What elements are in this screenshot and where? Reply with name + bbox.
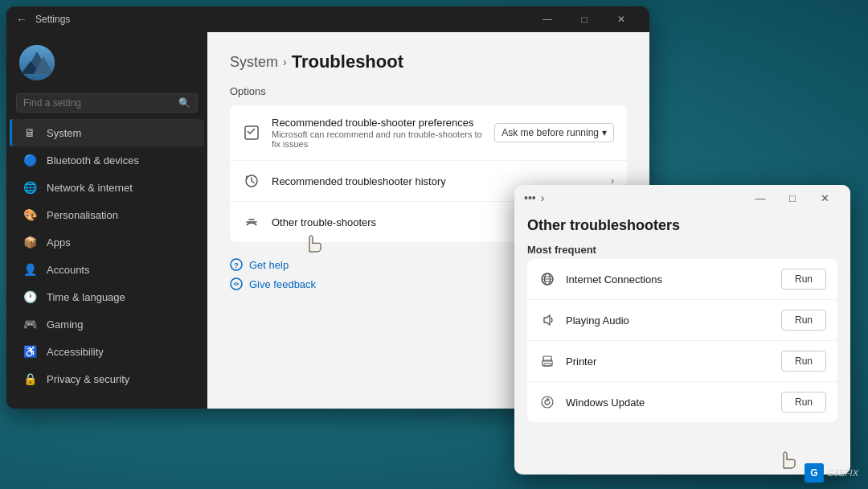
maximize-button[interactable]: □ xyxy=(566,6,603,32)
recommended-prefs-row[interactable]: Recommended trouble-shooter preferences … xyxy=(230,105,627,161)
printer-name: Printer xyxy=(566,355,772,368)
second-content: Most frequent Internet Connections Run xyxy=(514,237,850,475)
privacy-icon: 🔒 xyxy=(23,372,37,386)
prefs-text: Recommended trouble-shooter preferences … xyxy=(272,117,483,149)
options-label: Options xyxy=(230,85,627,97)
settings-title-bar: ← Settings — □ ✕ xyxy=(6,6,649,32)
printer-run-button[interactable]: Run xyxy=(781,351,826,372)
watermark-icon: G xyxy=(805,463,824,483)
other-troubleshooters-title: Other troubleshooters xyxy=(527,217,680,234)
ask-dropdown[interactable]: Ask me before running ▾ xyxy=(494,123,614,142)
sidebar-item-system[interactable]: 🖥 System xyxy=(10,119,204,146)
accounts-icon: 👤 xyxy=(23,262,37,277)
accessibility-icon: ♿ xyxy=(23,344,37,359)
breadcrumb-separator: › xyxy=(283,55,287,68)
sidebar-label-network: Network & internet xyxy=(47,182,133,194)
other-troubleshooters-window: ••• › — □ ✕ Other troubleshooters Most f… xyxy=(514,185,850,475)
other-icon xyxy=(243,213,260,231)
sidebar-label-bluetooth: Bluetooth & devices xyxy=(47,154,139,166)
second-window-controls: — □ ✕ xyxy=(744,185,841,211)
printer-icon xyxy=(538,352,556,370)
troubleshooter-printer-row: Printer Run xyxy=(527,341,837,382)
sidebar-item-network[interactable]: 🌐 Network & internet xyxy=(10,174,204,201)
gaming-icon: 🎮 xyxy=(23,317,37,331)
audio-name: Playing Audio xyxy=(566,314,772,327)
sidebar-label-privacy: Privacy & security xyxy=(47,373,129,385)
network-icon: 🌐 xyxy=(23,180,37,195)
second-breadcrumb-chevron: › xyxy=(541,191,545,204)
title-bar-left: ← Settings xyxy=(16,13,70,26)
dots-icon: ••• xyxy=(524,191,536,204)
prefs-icon xyxy=(243,124,260,142)
breadcrumb: System › Troubleshoot xyxy=(230,51,627,72)
svg-point-8 xyxy=(231,278,242,290)
sidebar: 🔍 🖥 System 🔵 Bluetooth & devices 🌐 Netwo… xyxy=(6,32,207,409)
troubleshooter-audio-row: Playing Audio Run xyxy=(527,300,837,341)
minimize-button[interactable]: — xyxy=(529,6,566,32)
winupdate-name: Windows Update xyxy=(566,397,772,409)
sidebar-item-accessibility[interactable]: ♿ Accessibility xyxy=(10,338,204,365)
sidebar-item-personalisation[interactable]: 🎨 Personalisation xyxy=(10,201,204,228)
breadcrumb-current: Troubleshoot xyxy=(292,51,403,72)
search-input[interactable] xyxy=(23,97,174,109)
sidebar-item-privacy[interactable]: 🔒 Privacy & security xyxy=(10,365,204,392)
give-feedback-label: Give feedback xyxy=(249,278,316,290)
sidebar-item-time[interactable]: 🕐 Time & language xyxy=(10,283,204,310)
get-help-label: Get help xyxy=(249,259,289,271)
svg-text:?: ? xyxy=(234,261,239,269)
close-button[interactable]: ✕ xyxy=(603,6,640,32)
second-title-bar: ••• › — □ ✕ xyxy=(514,185,850,211)
sidebar-label-accounts: Accounts xyxy=(47,264,89,276)
second-close-button[interactable]: ✕ xyxy=(809,185,841,211)
window-controls: — □ ✕ xyxy=(529,6,640,32)
sidebar-item-bluetooth[interactable]: 🔵 Bluetooth & devices xyxy=(10,146,204,174)
audio-run-button[interactable]: Run xyxy=(781,310,826,331)
prefs-title: Recommended trouble-shooter preferences xyxy=(272,117,483,129)
watermark-text: G3SFIX xyxy=(827,468,858,478)
second-maximize-button[interactable]: □ xyxy=(776,185,809,211)
sidebar-label-accessibility: Accessibility xyxy=(47,346,104,358)
history-icon xyxy=(243,172,260,190)
sidebar-label-system: System xyxy=(47,127,81,139)
troubleshooter-winupdate-row: Windows Update Run xyxy=(527,382,837,422)
prefs-subtitle: Microsoft can recommend and run trouble-… xyxy=(272,129,483,149)
sidebar-label-time: Time & language xyxy=(47,291,125,303)
system-icon: 🖥 xyxy=(23,125,37,140)
sidebar-label-apps: Apps xyxy=(47,236,71,249)
search-icon: 🔍 xyxy=(178,97,190,109)
avatar[interactable] xyxy=(19,45,55,80)
svg-rect-16 xyxy=(544,364,551,366)
search-box[interactable]: 🔍 xyxy=(16,93,198,113)
breadcrumb-system[interactable]: System xyxy=(230,54,278,71)
winupdate-run-button[interactable]: Run xyxy=(781,392,826,413)
internet-icon xyxy=(538,270,556,288)
winupdate-icon xyxy=(538,393,556,411)
second-breadcrumb: Other troubleshooters xyxy=(514,211,850,237)
apps-icon: 📦 xyxy=(23,235,37,249)
troubleshooter-card: Internet Connections Run Playing Audio R… xyxy=(527,259,837,422)
feedback-icon xyxy=(230,277,243,290)
sidebar-label-personalisation: Personalisation xyxy=(47,209,118,221)
sidebar-label-gaming: Gaming xyxy=(47,318,84,331)
second-title-left: ••• › xyxy=(524,191,544,204)
audio-icon xyxy=(538,311,556,329)
internet-run-button[interactable]: Run xyxy=(781,269,826,290)
help-icon: ? xyxy=(230,258,243,271)
personalisation-icon: 🎨 xyxy=(23,208,37,222)
watermark: G G3SFIX xyxy=(805,463,858,483)
dropdown-chevron-icon: ▾ xyxy=(602,127,607,138)
second-minimize-button[interactable]: — xyxy=(744,185,776,211)
sidebar-item-apps[interactable]: 📦 Apps xyxy=(10,228,204,256)
prefs-control: Ask me before running ▾ xyxy=(494,123,614,142)
ask-dropdown-label: Ask me before running xyxy=(502,127,599,138)
most-frequent-label: Most frequent xyxy=(527,237,837,259)
internet-name: Internet Connections xyxy=(566,273,772,286)
troubleshooter-internet-row: Internet Connections Run xyxy=(527,259,837,300)
sidebar-item-gaming[interactable]: 🎮 Gaming xyxy=(10,310,204,338)
bluetooth-icon: 🔵 xyxy=(23,153,37,167)
profile-section xyxy=(6,39,207,93)
sidebar-item-accounts[interactable]: 👤 Accounts xyxy=(10,256,204,283)
window-title: Settings xyxy=(35,14,70,25)
time-icon: 🕐 xyxy=(23,290,37,304)
back-button[interactable]: ← xyxy=(16,13,29,26)
